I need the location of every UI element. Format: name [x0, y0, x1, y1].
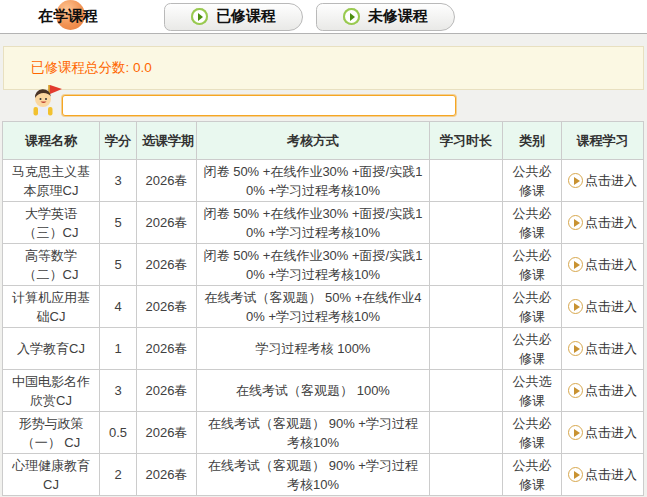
cell-duration [430, 328, 503, 370]
total-score-notice: 已修课程总分数: 0.0 [3, 46, 644, 90]
total-score-text: 已修课程总分数: 0.0 [31, 59, 152, 77]
cell-duration [430, 160, 503, 202]
cell-assessment: 闭卷 50% +在线作业30% +面授/实践10% +学习过程考核10% [197, 202, 430, 244]
cell-duration [430, 454, 503, 496]
cell-credits: 0.5 [100, 412, 137, 454]
cell-credits: 4 [100, 286, 137, 328]
enter-course-link[interactable]: 点击进入 [568, 383, 637, 398]
gold-play-icon [568, 173, 583, 188]
tab-completed-courses[interactable]: 已修课程 [164, 3, 303, 31]
enter-course-label: 点击进入 [585, 467, 637, 482]
cell-semester: 2026春 [137, 454, 197, 496]
gold-play-icon [568, 467, 583, 482]
table-row: 马克思主义基本原理CJ32026春闭卷 50% +在线作业30% +面授/实践1… [3, 160, 644, 202]
cell-name: 形势与政策（一） CJ [3, 412, 100, 454]
cell-semester: 2026春 [137, 328, 197, 370]
cell-name: 马克思主义基本原理CJ [3, 160, 100, 202]
cell-category: 公共必修课 [503, 412, 562, 454]
cell-action: 点击进入 [562, 412, 644, 454]
enter-course-link[interactable]: 点击进入 [568, 341, 637, 356]
column-header: 考核方式 [197, 122, 430, 160]
gold-play-icon [568, 341, 583, 356]
enter-course-link[interactable]: 点击进入 [568, 467, 637, 482]
cell-credits: 3 [100, 160, 137, 202]
cell-category: 公共必修课 [503, 328, 562, 370]
cell-name: 高等数学（二）CJ [3, 244, 100, 286]
table-row: 计算机应用基础CJ42026春在线考试（客观题） 50% +在线作业40% +学… [3, 286, 644, 328]
cell-duration [430, 202, 503, 244]
gold-play-icon [568, 257, 583, 272]
cell-action: 点击进入 [562, 328, 644, 370]
cell-assessment: 学习过程考核 100% [197, 328, 430, 370]
enter-course-link[interactable]: 点击进入 [568, 173, 637, 188]
cell-assessment: 在线考试（客观题） 50% +在线作业40% +学习过程考核10% [197, 286, 430, 328]
cell-assessment: 闭卷 50% +在线作业30% +面授/实践10% +学习过程考核10% [197, 244, 430, 286]
tab-label: 在学课程 [38, 7, 98, 24]
cell-duration [430, 412, 503, 454]
cell-semester: 2026春 [137, 370, 197, 412]
cell-category: 公共必修课 [503, 286, 562, 328]
cell-credits: 5 [100, 202, 137, 244]
column-header: 学习时长 [430, 122, 503, 160]
column-header: 类别 [503, 122, 562, 160]
table-row: 形势与政策（一） CJ0.52026春在线考试（客观题） 90% +学习过程考核… [3, 412, 644, 454]
cell-assessment: 在线考试（客观题） 90% +学习过程考核10% [197, 412, 430, 454]
column-header: 学分 [100, 122, 137, 160]
cell-credits: 1 [100, 328, 137, 370]
table-row: 心理健康教育CJ22026春在线考试（客观题） 90% +学习过程考核10%公共… [3, 454, 644, 496]
enter-course-label: 点击进入 [585, 257, 637, 272]
gold-play-icon [568, 299, 583, 314]
enter-course-link[interactable]: 点击进入 [568, 299, 637, 314]
cell-semester: 2026春 [137, 286, 197, 328]
table-row: 入学教育CJ12026春学习过程考核 100%公共必修课点击进入 [3, 328, 644, 370]
cell-action: 点击进入 [562, 370, 644, 412]
enter-course-label: 点击进入 [585, 299, 637, 314]
enter-course-link[interactable]: 点击进入 [568, 425, 637, 440]
cell-credits: 5 [100, 244, 137, 286]
enter-course-label: 点击进入 [585, 383, 637, 398]
cell-credits: 2 [100, 454, 137, 496]
divider-strip [0, 34, 647, 46]
course-table: 课程名称学分选课学期考核方式学习时长类别课程学习 马克思主义基本原理CJ3202… [2, 121, 644, 496]
cell-action: 点击进入 [562, 244, 644, 286]
column-header: 选课学期 [137, 122, 197, 160]
cell-duration [430, 244, 503, 286]
tab-unfinished-courses[interactable]: 未修课程 [316, 3, 455, 31]
cell-action: 点击进入 [562, 160, 644, 202]
cell-category: 公共必修课 [503, 454, 562, 496]
course-tab-bar: 在学课程 已修课程 未修课程 [0, 0, 647, 34]
table-row: 高等数学（二）CJ52026春闭卷 50% +在线作业30% +面授/实践10%… [3, 244, 644, 286]
course-table-container: 课程名称学分选课学期考核方式学习时长类别课程学习 马克思主义基本原理CJ3202… [0, 121, 647, 496]
cell-name: 大学英语（三）CJ [3, 202, 100, 244]
filter-strip [0, 90, 647, 121]
cell-semester: 2026春 [137, 244, 197, 286]
course-table-body: 马克思主义基本原理CJ32026春闭卷 50% +在线作业30% +面授/实践1… [3, 160, 644, 496]
enter-course-label: 点击进入 [585, 173, 637, 188]
cell-category: 公共必修课 [503, 202, 562, 244]
cell-semester: 2026春 [137, 412, 197, 454]
flag-boy-mascot-icon [30, 83, 64, 119]
enter-course-label: 点击进入 [585, 425, 637, 440]
gold-play-icon [568, 425, 583, 440]
enter-course-label: 点击进入 [585, 215, 637, 230]
tab-current-courses[interactable]: 在学课程 [30, 3, 106, 30]
enter-course-link[interactable]: 点击进入 [568, 215, 637, 230]
cell-category: 公共必修课 [503, 244, 562, 286]
cell-name: 心理健康教育CJ [3, 454, 100, 496]
table-row: 大学英语（三）CJ52026春闭卷 50% +在线作业30% +面授/实践10%… [3, 202, 644, 244]
column-header: 课程名称 [3, 122, 100, 160]
cell-action: 点击进入 [562, 202, 644, 244]
cell-semester: 2026春 [137, 160, 197, 202]
cell-semester: 2026春 [137, 202, 197, 244]
cell-category: 公共必修课 [503, 160, 562, 202]
cell-assessment: 闭卷 50% +在线作业30% +面授/实践10% +学习过程考核10% [197, 160, 430, 202]
cell-assessment: 在线考试（客观题） 90% +学习过程考核10% [197, 454, 430, 496]
enter-course-label: 点击进入 [585, 341, 637, 356]
cell-action: 点击进入 [562, 454, 644, 496]
course-filter-input[interactable] [62, 95, 456, 116]
enter-course-link[interactable]: 点击进入 [568, 257, 637, 272]
cell-category: 公共选修课 [503, 370, 562, 412]
cell-credits: 3 [100, 370, 137, 412]
gold-play-icon [568, 383, 583, 398]
tab-label: 未修课程 [368, 7, 428, 26]
